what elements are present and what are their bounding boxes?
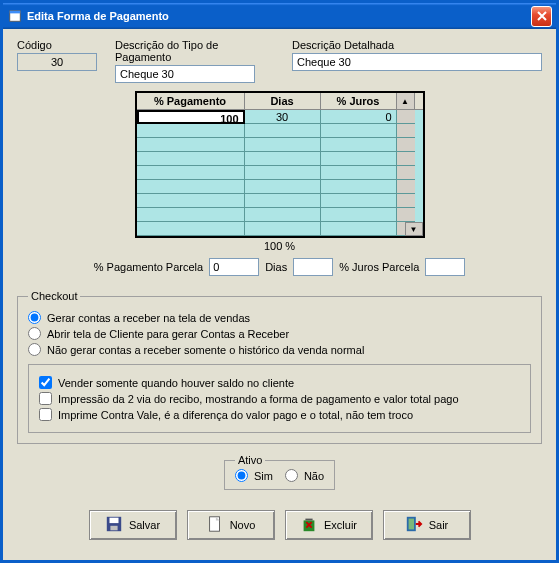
grid-row[interactable] xyxy=(137,208,423,222)
novo-button[interactable]: Novo xyxy=(187,510,275,540)
grid-row[interactable]: 100 30 0 xyxy=(137,110,423,124)
svg-rect-1 xyxy=(10,11,21,14)
juros-parcela-input[interactable] xyxy=(425,258,465,276)
new-icon xyxy=(206,515,224,535)
radio-nao-gerar-label: Não gerar contas a receber somente o his… xyxy=(47,344,364,356)
grid-row[interactable] xyxy=(137,124,423,138)
check-saldo-label: Vender somente quando houver saldo no cl… xyxy=(58,377,294,389)
radio-nao-label: Não xyxy=(304,470,324,482)
cell-dias[interactable]: 30 xyxy=(245,110,321,124)
svg-rect-8 xyxy=(408,519,413,530)
radio-abrir-label: Abrir tela de Cliente para gerar Contas … xyxy=(47,328,289,340)
check-2via-label: Impressão da 2 via do recibo, mostrando … xyxy=(58,393,459,405)
check-contravale[interactable] xyxy=(39,408,52,421)
novo-label: Novo xyxy=(230,519,256,531)
radio-gerar[interactable] xyxy=(28,311,41,324)
grid-row[interactable] xyxy=(137,152,423,166)
codigo-label: Código xyxy=(17,39,97,51)
svg-rect-4 xyxy=(110,526,117,531)
grid-header: % Pagamento Dias % Juros ▲ xyxy=(137,93,423,110)
grid-row[interactable] xyxy=(137,166,423,180)
codigo-input xyxy=(17,53,97,71)
checkout-legend: Checkout xyxy=(28,290,80,302)
window-title: Edita Forma de Pagamento xyxy=(27,10,531,22)
radio-sim[interactable] xyxy=(235,469,248,482)
col-pct: % Pagamento xyxy=(137,93,245,109)
dias-parcela-label: Dias xyxy=(265,261,287,273)
descr-det-label: Descrição Detalhada xyxy=(292,39,542,51)
cell-pct[interactable]: 100 xyxy=(137,110,245,124)
col-dias: Dias xyxy=(245,93,321,109)
check-saldo[interactable] xyxy=(39,376,52,389)
app-icon xyxy=(7,8,23,24)
payment-grid[interactable]: % Pagamento Dias % Juros ▲ 100 30 0 xyxy=(135,91,425,238)
ativo-legend: Ativo xyxy=(235,454,265,466)
descr-det-input[interactable] xyxy=(292,53,542,71)
pct-parcela-label: % Pagamento Parcela xyxy=(94,261,203,273)
sair-label: Sair xyxy=(429,519,449,531)
radio-nao-gerar[interactable] xyxy=(28,343,41,356)
pct-parcela-input[interactable] xyxy=(209,258,259,276)
salvar-button[interactable]: Salvar xyxy=(89,510,177,540)
sair-button[interactable]: Sair xyxy=(383,510,471,540)
col-juros: % Juros xyxy=(321,93,397,109)
juros-parcela-label: % Juros Parcela xyxy=(339,261,419,273)
scroll-down-icon[interactable]: ▼ xyxy=(405,222,423,236)
save-icon xyxy=(105,515,123,535)
grid-row[interactable] xyxy=(137,138,423,152)
scroll-up-icon[interactable]: ▲ xyxy=(397,93,415,109)
check-2via[interactable] xyxy=(39,392,52,405)
dias-parcela-input[interactable] xyxy=(293,258,333,276)
grid-row[interactable] xyxy=(137,222,423,236)
radio-sim-label: Sim xyxy=(254,470,273,482)
descr-tipo-input[interactable] xyxy=(115,65,255,83)
content: Código Descrição do Tipo de Pagamento De… xyxy=(3,29,556,550)
grid-total: 100 % xyxy=(135,240,425,252)
exit-icon xyxy=(405,515,423,535)
radio-abrir[interactable] xyxy=(28,327,41,340)
descr-tipo-label: Descrição do Tipo de Pagamento xyxy=(115,39,274,63)
checkout-options: Vender somente quando houver saldo no cl… xyxy=(28,364,531,433)
grid-row[interactable] xyxy=(137,194,423,208)
check-contravale-label: Imprime Contra Vale, é a diferença do va… xyxy=(58,409,413,421)
ativo-group: Ativo Sim Não xyxy=(224,454,335,490)
grid-row[interactable] xyxy=(137,180,423,194)
checkout-group: Checkout Gerar contas a receber na tela … xyxy=(17,290,542,444)
excluir-button[interactable]: Excluir xyxy=(285,510,373,540)
window: Edita Forma de Pagamento Código Descriçã… xyxy=(0,0,559,563)
excluir-label: Excluir xyxy=(324,519,357,531)
svg-rect-3 xyxy=(109,518,118,523)
close-button[interactable] xyxy=(531,6,552,27)
delete-icon xyxy=(300,515,318,535)
cell-juros[interactable]: 0 xyxy=(321,110,397,124)
titlebar: Edita Forma de Pagamento xyxy=(3,3,556,29)
radio-gerar-label: Gerar contas a receber na tela de vendas xyxy=(47,312,250,324)
radio-nao[interactable] xyxy=(285,469,298,482)
salvar-label: Salvar xyxy=(129,519,160,531)
